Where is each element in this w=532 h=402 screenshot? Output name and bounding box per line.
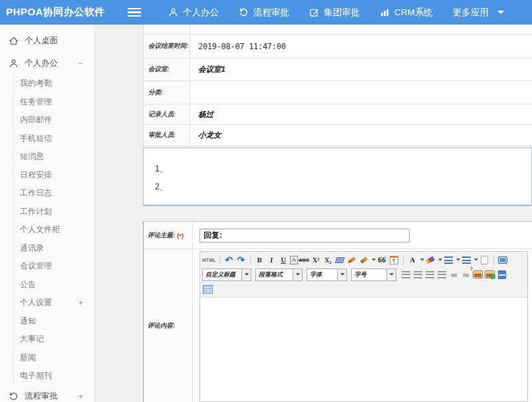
expand-plus-icon[interactable]: + [78, 391, 83, 401]
menu-hamburger-icon[interactable] [128, 8, 141, 17]
font-color-dropdown-icon[interactable] [420, 258, 424, 261]
color-pen-dropdown-icon[interactable] [372, 258, 376, 261]
color-pen-icon[interactable] [358, 254, 370, 266]
font-color-button[interactable]: A [407, 254, 418, 266]
sidebar-item-short-message[interactable]: 短消息 [14, 148, 94, 166]
subscript-button[interactable]: X₂ [323, 254, 334, 266]
table-row-recorder: 记录人员: 杨过 [144, 104, 532, 125]
chevron-down-icon[interactable] [337, 269, 346, 280]
bold-button[interactable]: B [254, 254, 265, 266]
comment-form: 评论主题: (*) 评论内容: HTML ↶ ↷ [143, 221, 532, 402]
sidebar-item-work-plan[interactable]: 工作计划 [14, 203, 94, 221]
nav-label: CRM系统 [394, 7, 433, 19]
nav-crm-system[interactable]: CRM系统 [370, 0, 443, 25]
underline-button[interactable]: U [278, 254, 289, 266]
sidebar-item-contacts[interactable]: 通讯录 [14, 239, 94, 258]
sidebar-item-news[interactable]: 新闻 [14, 349, 94, 367]
sidebar-item-personal-settings[interactable]: 个人设置+ [14, 294, 94, 312]
sidebar-item-sms[interactable]: 手机短信 [14, 130, 94, 148]
media-icon[interactable] [496, 268, 507, 280]
unlink-icon[interactable]: ∞ [460, 268, 471, 280]
editor-toolbar: HTML ↶ ↷ B I U A ABC X² X₂ [200, 252, 527, 298]
font-family-select[interactable]: 字体 [307, 268, 347, 281]
heading-select[interactable]: 自定义标题 [202, 268, 251, 281]
image-icon[interactable] [472, 268, 483, 280]
nav-label: 个人办公 [183, 7, 219, 19]
sidebar-item-personal-office[interactable]: 个人办公 − [0, 52, 94, 74]
nav-group-approval[interactable]: 集团审批 [299, 0, 370, 25]
unordered-list-icon[interactable] [461, 254, 472, 266]
nav-workflow-approval[interactable]: 流程审批 [229, 0, 299, 25]
cycle-arrow-icon [239, 7, 249, 17]
font-size-select[interactable]: 字号 [351, 268, 396, 281]
comment-subject-input[interactable] [200, 229, 410, 243]
chevron-down-icon[interactable] [497, 11, 504, 14]
collapse-minus-icon[interactable]: − [78, 58, 83, 68]
redo-icon[interactable]: ↷ [235, 254, 247, 266]
insert-table-icon[interactable] [202, 283, 213, 295]
sidebar-item-events[interactable]: 大事记 [14, 330, 94, 349]
sidebar-item-meeting-management[interactable]: 会议管理 [14, 257, 94, 276]
unordered-list-dropdown-icon[interactable] [474, 258, 478, 261]
chevron-down-icon[interactable] [386, 269, 396, 280]
table-row-category: 分类: [144, 81, 532, 104]
meeting-info-table: 会议结束时间: 2019-08-07 11:47:00 会议室: 会议室1 分类… [143, 25, 532, 146]
comment-subject-row: 评论主题: (*) [144, 222, 532, 249]
sidebar-item-desktop[interactable]: 个人桌面 [0, 29, 94, 52]
required-mark: (*) [177, 232, 184, 239]
paste-as-text-icon[interactable]: T [388, 254, 400, 266]
sidebar-item-attendance[interactable]: 我的考勤 [14, 74, 94, 93]
superscript-button[interactable]: X² [311, 254, 322, 266]
topbar: PHPOA协同办公软件 个人办公 流程审批 集团审批 CRM系统 更多应用 [0, 0, 532, 25]
blockquote-button[interactable]: 66 [376, 254, 388, 266]
comment-subject-label: 评论主题: (*) [144, 222, 193, 249]
field-value: 2019-08-07 11:47:00 [190, 35, 532, 58]
sidebar-item-label: 个人办公 [25, 58, 58, 69]
expand-plus-icon[interactable]: + [78, 294, 83, 312]
sidebar-item-workflow-approval[interactable]: 流程审批 + [0, 385, 94, 402]
html-source-button[interactable]: HTML [202, 254, 216, 266]
person-icon [9, 58, 19, 68]
sidebar-item-file-cabinet[interactable]: 个人文件柜 [14, 221, 94, 239]
fullscreen-icon[interactable] [497, 254, 509, 266]
sidebar-submenu: 我的考勤 任务管理 内部邮件 手机短信 短消息 日程安排 工作日志 工作计划 个… [13, 74, 94, 385]
sidebar-item-internal-mail[interactable]: 内部邮件 [14, 111, 94, 130]
sidebar-item-announcement[interactable]: 公告 [14, 276, 94, 294]
nav-personal-office[interactable]: 个人办公 [158, 0, 229, 25]
highlight-dropdown-icon[interactable] [438, 258, 442, 261]
justify-icon[interactable] [436, 268, 448, 280]
editor-content-area[interactable] [200, 298, 527, 401]
sidebar-item-work-log[interactable]: 工作日志 [14, 184, 94, 203]
sidebar-item-e-journal[interactable]: 电子期刊 [14, 367, 94, 385]
network-image-icon[interactable] [484, 268, 495, 280]
font-style-box-button[interactable]: A [290, 256, 298, 264]
eraser-icon[interactable] [334, 254, 346, 266]
main-content: 会议结束时间: 2019-08-07 11:47:00 会议室: 会议室1 分类… [95, 25, 532, 402]
format-brush-icon[interactable] [346, 254, 358, 266]
sidebar: 个人桌面 个人办公 − 我的考勤 任务管理 内部邮件 手机短信 短消息 日程安排… [0, 25, 95, 402]
paragraph-format-select[interactable]: 段落格式 [255, 268, 303, 281]
ordered-list-icon[interactable] [443, 254, 454, 266]
field-label: 会议结束时间: [144, 35, 190, 58]
highlight-marker-icon[interactable] [425, 254, 436, 266]
nav-more-apps[interactable]: 更多应用 [443, 0, 514, 25]
sidebar-item-schedule[interactable]: 日程安排 [14, 166, 94, 185]
sidebar-item-notice[interactable]: 通知 [14, 312, 94, 331]
ordered-list-dropdown-icon[interactable] [456, 258, 460, 261]
table-row-approver: 审批人员: 小龙女 [144, 125, 532, 146]
align-center-icon[interactable] [412, 268, 424, 280]
sidebar-item-tasks[interactable]: 任务管理 [14, 93, 94, 112]
chevron-down-icon[interactable] [241, 269, 251, 280]
new-page-icon[interactable] [479, 254, 490, 266]
content-line: 1、 [155, 160, 531, 178]
bar-chart-icon [380, 7, 390, 17]
nav-label: 更多应用 [453, 7, 489, 19]
chevron-down-icon[interactable] [293, 269, 302, 280]
undo-icon[interactable]: ↶ [223, 254, 235, 266]
italic-button[interactable]: I [266, 254, 277, 266]
link-icon[interactable]: ∞ [448, 268, 460, 280]
align-right-icon[interactable] [424, 268, 436, 280]
table-row [144, 25, 532, 35]
strikethrough-button[interactable]: ABC [299, 254, 310, 266]
align-left-icon[interactable] [400, 268, 412, 280]
